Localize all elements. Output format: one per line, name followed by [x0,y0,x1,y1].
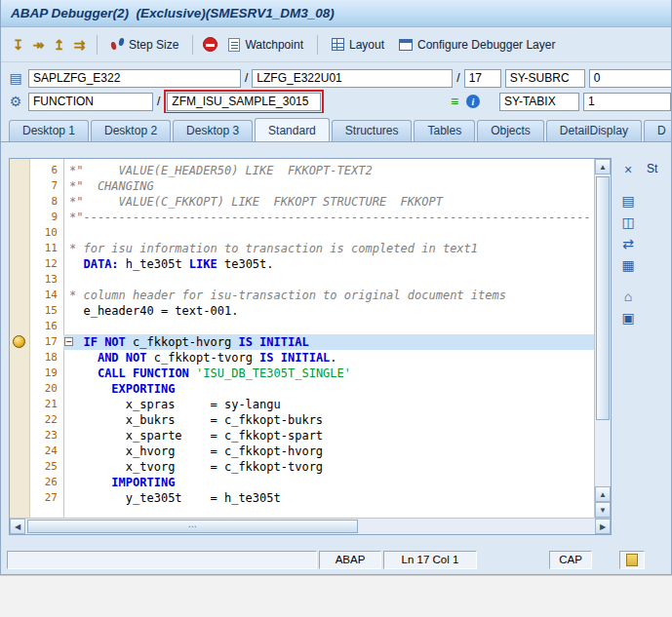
tab-desktop-3[interactable]: Desktop 3 [173,120,253,141]
code-line-27[interactable]: 27 y_te305t = h_te305t [10,490,594,506]
code-line-26[interactable]: 26 IMPORTING [10,475,594,490]
sy-tabix-value-field[interactable]: 1 [583,93,671,111]
code-line-18[interactable]: 18 AND NOT c_fkkopt-tvorg IS INITIAL. [10,350,594,366]
fold-collapse-icon[interactable]: − [64,337,73,346]
display-change-icon[interactable]: ▤ [618,191,638,211]
tab-desktop-1[interactable]: Desktop 1 [9,120,89,141]
services-icon[interactable]: ◫ [618,212,638,232]
breakpoint-margin[interactable] [10,381,30,397]
code-line-6[interactable]: 6*" VALUE(E_HEADER50) LIKE FKKOPT-TEXT2 [10,163,594,178]
breakpoint-margin[interactable] [10,163,30,178]
code-line-13[interactable]: 13 [10,272,594,288]
return-icon[interactable]: ↥ [50,35,68,54]
event-name-field[interactable]: ZFM_ISU_SAMPLE_3015 [167,93,321,111]
sy-subrc-label-field[interactable]: SY-SUBRC [505,69,585,88]
breakpoint-margin[interactable] [10,319,30,334]
breakpoint-margin[interactable] [10,412,30,428]
scroll-down-icon[interactable]: ▼ [595,502,611,518]
breakpoint-margin[interactable] [10,334,30,350]
tab-desktop-2[interactable]: Desktop 2 [91,120,171,141]
tab-standard[interactable]: Standard [255,118,330,142]
vertical-scroll-track[interactable] [595,174,611,486]
include-field[interactable]: LZFG_E322U01 [252,69,453,88]
code-line-12[interactable]: 12 DATA: h_te305t LIKE te305t. [10,256,594,272]
code-line-19[interactable]: 19 CALL FUNCTION 'ISU_DB_TE305T_SINGLE' [10,366,594,381]
breakpoint-margin[interactable] [10,241,30,256]
continue-icon[interactable]: ⇉ [70,35,89,54]
code-line-10[interactable]: 10 [10,225,594,241]
code-line-15[interactable]: 15 e_header40 = text-001. [10,303,594,319]
code-line-11[interactable]: 11* for isu information to transaction i… [10,241,594,256]
code-line-23[interactable]: 23 x_sparte = c_fkkopt-spart [10,428,594,443]
information-icon[interactable]: i [466,95,480,108]
scroll-page-up-icon[interactable]: ▲ [595,486,611,502]
code-line-25[interactable]: 25 x_tvorg = c_fkkopt-tvorg [10,459,594,475]
breakpoint-margin[interactable] [10,194,30,210]
vertical-scrollbar[interactable]: ▲ ▲ ▼ [594,159,611,518]
vertical-scroll-thumb[interactable] [596,176,610,420]
sy-tabix-label-field[interactable]: SY-TABIX [499,93,579,111]
horizontal-scroll-thumb[interactable]: ⋯ [27,520,358,533]
breakpoint-margin[interactable] [10,366,30,381]
scroll-left-icon[interactable]: ◀ [10,519,25,534]
breakpoint-margin[interactable] [10,443,30,459]
abap-debugger-window: ABAP Debugger(2) (Exclusive)(SMESRV1_DM3… [0,0,672,575]
code-line-9[interactable]: 9*"-------------------------------------… [10,210,594,225]
breakpoint-margin[interactable] [10,459,30,475]
code-line-14[interactable]: 14* column header for isu-transaction to… [10,288,594,303]
code-line-16[interactable]: 16 [10,319,594,334]
event-type-field[interactable]: FUNCTION [28,93,153,111]
code-text: EXPORTING [63,381,594,397]
breakpoint-margin[interactable] [10,256,30,272]
swap-panels-icon[interactable]: ⇄ [618,234,638,253]
breakpoint-margin[interactable] [10,475,30,490]
line-number: 18 [30,350,63,366]
code-line-21[interactable]: 21 x_spras = sy-langu [10,397,594,412]
tab-detaildisplay[interactable]: DetailDisplay [546,120,642,141]
step-icons-group: ↧↠↥⇉ [9,35,89,54]
line-number-field[interactable]: 17 [464,69,501,88]
tab-d[interactable]: D [644,120,671,141]
configure-debugger-layer-button[interactable]: Configure Debugger Layer [393,35,561,55]
scroll-up-icon[interactable]: ▲ [595,159,611,174]
status-icon-cell[interactable] [619,551,645,569]
home-icon[interactable]: ⌂ [618,287,638,306]
sy-subrc-value-field[interactable]: 0 [589,69,671,88]
breakpoint-margin[interactable] [10,272,30,288]
step-size-button[interactable]: Step Size [105,35,184,55]
step-over-icon[interactable]: ↠ [29,35,48,54]
breakpoint-margin[interactable] [10,210,30,225]
code-line-24[interactable]: 24 x_hvorg = c_fkkopt-hvorg [10,443,594,459]
breakpoint-margin[interactable] [10,178,30,194]
layout-button[interactable]: Layout [326,35,390,55]
code-line-20[interactable]: 20 EXPORTING [10,381,594,397]
display-list-icon[interactable]: ≡ [447,94,462,109]
horizontal-scrollbar[interactable]: ◀ ⋯ ▶ [10,518,611,534]
code-text: x_hvorg = c_fkkopt-hvorg [63,443,594,459]
code-line-17[interactable]: 17− IF NOT c_fkkopt-hvorg IS INITIAL [10,334,594,350]
step-into-icon[interactable]: ↧ [9,35,27,54]
watchpoint-button[interactable]: Watchpoint [222,35,309,55]
code-line-7[interactable]: 7*" CHANGING [10,178,594,194]
goto-statement-icon[interactable]: ▣ [618,308,638,328]
close-icon[interactable]: × [618,160,638,179]
tab-structures[interactable]: Structures [332,120,413,141]
breakpoint-stop-icon[interactable] [203,37,217,52]
breakpoint-margin[interactable] [10,303,30,319]
code-area[interactable]: 6*" VALUE(E_HEADER50) LIKE FKKOPT-TEXT27… [10,159,594,518]
tab-objects[interactable]: Objects [477,120,544,141]
program-field[interactable]: SAPLZFG_E322 [28,69,241,88]
breakpoint-margin[interactable] [10,490,30,506]
scroll-right-icon[interactable]: ▶ [595,519,611,534]
breakpoint-margin[interactable] [10,350,30,366]
tab-tables[interactable]: Tables [414,120,475,141]
breakpoint-margin[interactable] [10,288,30,303]
split-screen-icon[interactable]: ▦ [618,255,638,275]
horizontal-scroll-track[interactable]: ⋯ [25,519,595,534]
code-line-22[interactable]: 22 x_bukrs = c_fkkopt-bukrs [10,412,594,428]
breakpoint-margin[interactable] [10,397,30,412]
code-line-8[interactable]: 8*" VALUE(C_FKKOPT) LIKE FKKOPT STRUCTUR… [10,194,594,210]
breakpoint-margin[interactable] [10,225,30,241]
code-text: CALL FUNCTION 'ISU_DB_TE305T_SINGLE' [63,366,594,381]
breakpoint-margin[interactable] [10,428,30,443]
